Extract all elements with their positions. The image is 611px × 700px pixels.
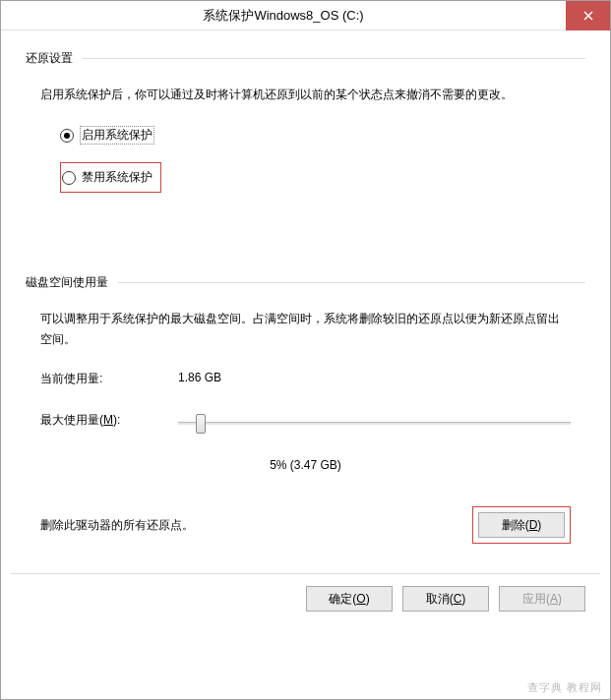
dialog-window: 系统保护Windows8_OS (C:) 还原设置 启用系统保护后，你可以通过及… bbox=[0, 0, 611, 700]
titlebar: 系统保护Windows8_OS (C:) bbox=[1, 1, 610, 30]
watermark-text: 查字典 教程网 bbox=[527, 680, 602, 695]
radio-disable-label: 禁用系统保护 bbox=[82, 169, 153, 186]
delete-button-highlight: 删除(D) bbox=[472, 506, 571, 544]
dialog-buttons: 确定(O) 取消(C) 应用(A) bbox=[1, 586, 610, 612]
apply-button[interactable]: 应用(A) bbox=[499, 586, 585, 612]
radio-enable-label: 启用系统保护 bbox=[80, 126, 154, 145]
radio-icon bbox=[60, 129, 74, 143]
disk-description: 可以调整用于系统保护的最大磁盘空间。占满空间时，系统将删除较旧的还原点以便为新还… bbox=[40, 309, 571, 349]
radio-enable-protection[interactable]: 启用系统保护 bbox=[60, 126, 585, 145]
slider-track bbox=[178, 422, 571, 425]
delete-button[interactable]: 删除(D) bbox=[478, 512, 565, 538]
divider bbox=[11, 573, 600, 574]
disk-section-header: 磁盘空间使用量 bbox=[26, 274, 585, 291]
radio-disable-protection[interactable]: 禁用系统保护 bbox=[60, 162, 161, 193]
delete-description: 删除此驱动器的所有还原点。 bbox=[40, 517, 472, 534]
delete-row: 删除此驱动器的所有还原点。 删除(D) bbox=[40, 506, 571, 544]
divider bbox=[118, 282, 585, 283]
ok-button[interactable]: 确定(O) bbox=[306, 586, 393, 612]
disk-section-title: 磁盘空间使用量 bbox=[26, 274, 108, 291]
max-usage-slider[interactable] bbox=[178, 414, 571, 434]
current-usage-value: 1.86 GB bbox=[178, 371, 221, 387]
max-usage-label: 最大使用量(M): bbox=[40, 412, 178, 434]
divider bbox=[83, 58, 585, 59]
restore-description: 启用系统保护后，你可以通过及时将计算机还原到以前的某个状态点来撤消不需要的更改。 bbox=[40, 85, 571, 104]
restore-section-title: 还原设置 bbox=[26, 50, 73, 67]
close-icon bbox=[583, 11, 593, 21]
current-usage-label: 当前使用量: bbox=[40, 371, 178, 387]
slider-value-text: 5% (3.47 GB) bbox=[26, 458, 585, 472]
slider-thumb[interactable] bbox=[196, 414, 206, 434]
close-button[interactable] bbox=[566, 1, 610, 30]
current-usage-row: 当前使用量: 1.86 GB bbox=[40, 371, 571, 387]
content-area: 还原设置 启用系统保护后，你可以通过及时将计算机还原到以前的某个状态点来撤消不需… bbox=[1, 30, 610, 544]
protection-radio-group: 启用系统保护 禁用系统保护 bbox=[60, 126, 585, 210]
window-title: 系统保护Windows8_OS (C:) bbox=[1, 7, 566, 25]
cancel-button[interactable]: 取消(C) bbox=[402, 586, 489, 612]
max-usage-row: 最大使用量(M): bbox=[40, 412, 571, 434]
restore-section-header: 还原设置 bbox=[26, 50, 585, 67]
radio-icon bbox=[62, 171, 76, 185]
